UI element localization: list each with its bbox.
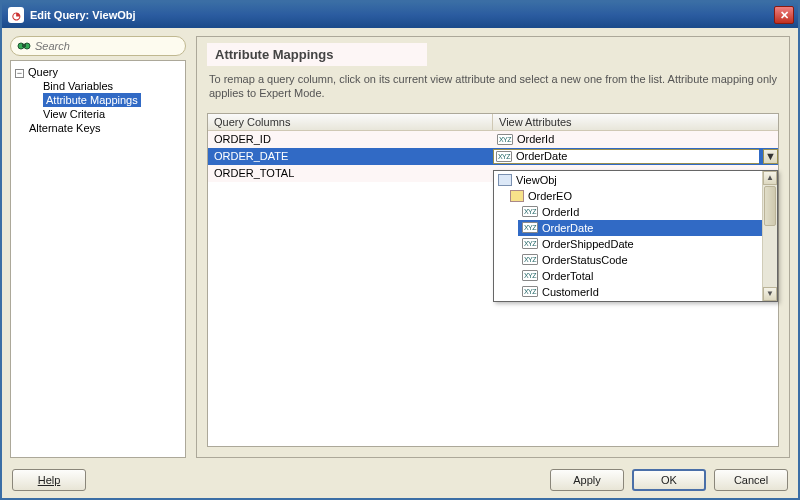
chevron-down-icon: ▼: [765, 150, 776, 162]
section-description: To remap a query column, click on its cu…: [209, 72, 777, 101]
tree-node-attribute-mappings[interactable]: Attribute Mappings: [41, 93, 183, 107]
view-attribute-combo[interactable]: XYZ OrderDate ▼: [493, 149, 778, 164]
dropdown-item[interactable]: XYZ OrderId: [518, 204, 762, 220]
attribute-icon: XYZ: [522, 222, 538, 233]
col-header-query-columns[interactable]: Query Columns: [208, 114, 493, 130]
attribute-icon: XYZ: [522, 238, 538, 249]
dropdown-item-label: OrderTotal: [542, 270, 593, 282]
app-icon: ◔: [8, 7, 24, 23]
view-attribute-label: OrderId: [517, 133, 554, 145]
attribute-icon: XYZ: [522, 206, 538, 217]
binoculars-icon: [17, 39, 31, 53]
attribute-icon: XYZ: [522, 286, 538, 297]
dropdown-item-label: OrderId: [542, 206, 579, 218]
dropdown-scrollbar[interactable]: ▲ ▼: [762, 171, 777, 301]
dropdown-list: ViewObj OrderEO XYZ OrderId X: [494, 171, 762, 301]
tree-node-view-criteria[interactable]: View Criteria: [41, 107, 183, 121]
combo-value: OrderDate: [516, 150, 567, 162]
table-row[interactable]: ORDER_ID XYZ OrderId: [208, 131, 778, 148]
sidebar: −Query Bind Variables Attribute Mappings…: [10, 36, 186, 458]
dropdown-item[interactable]: XYZ OrderShippedDate: [518, 236, 762, 252]
tree-node-alternate-keys[interactable]: Alternate Keys: [27, 121, 183, 135]
nav-tree: −Query Bind Variables Attribute Mappings…: [10, 60, 186, 458]
table-row-selected[interactable]: ORDER_DATE XYZ OrderDate ▼: [208, 148, 778, 165]
cancel-button[interactable]: Cancel: [714, 469, 788, 491]
dialog-footer: Help Apply OK Cancel: [2, 462, 798, 498]
dropdown-item-entity[interactable]: OrderEO: [506, 188, 762, 204]
main-panel: Attribute Mappings To remap a query colu…: [196, 36, 790, 458]
dialog-body: −Query Bind Variables Attribute Mappings…: [2, 28, 798, 462]
tree-node-query[interactable]: −Query: [13, 65, 183, 79]
dropdown-item-viewobj[interactable]: ViewObj: [494, 172, 762, 188]
scroll-up-button[interactable]: ▲: [763, 171, 777, 185]
help-button[interactable]: Help: [12, 469, 86, 491]
tree-node-bind-variables[interactable]: Bind Variables: [41, 79, 183, 93]
attribute-icon: XYZ: [497, 134, 513, 145]
scroll-down-button[interactable]: ▼: [763, 287, 777, 301]
col-header-view-attributes[interactable]: View Attributes: [493, 114, 778, 130]
combo-display: XYZ OrderDate: [493, 149, 759, 164]
scroll-thumb[interactable]: [764, 186, 776, 226]
search-box[interactable]: [10, 36, 186, 56]
query-column-cell: ORDER_DATE: [208, 150, 493, 162]
attribute-icon: XYZ: [522, 254, 538, 265]
attribute-icon: XYZ: [522, 270, 538, 281]
dialog-window: ◔ Edit Query: ViewObj ✕ −Query Bind Vari…: [0, 0, 800, 500]
window-title: Edit Query: ViewObj: [30, 9, 136, 21]
entity-icon: [510, 190, 524, 202]
combo-dropdown-button[interactable]: ▼: [763, 149, 778, 164]
search-input[interactable]: [35, 40, 179, 52]
attribute-icon: XYZ: [496, 151, 512, 162]
view-attribute-cell: XYZ OrderId: [493, 133, 778, 145]
dropdown-item[interactable]: XYZ CustomerId: [518, 284, 762, 300]
dropdown-item[interactable]: XYZ OrderTotal: [518, 268, 762, 284]
dropdown-item-label: CustomerId: [542, 286, 599, 298]
dropdown-item-selected[interactable]: XYZ OrderDate: [518, 220, 762, 236]
dropdown-item-label: OrderStatusCode: [542, 254, 628, 266]
query-column-cell: ORDER_TOTAL: [208, 167, 493, 179]
attribute-dropdown: ViewObj OrderEO XYZ OrderId X: [493, 170, 778, 302]
section-title: Attribute Mappings: [207, 43, 427, 66]
close-button[interactable]: ✕: [774, 6, 794, 24]
dropdown-item-label: OrderDate: [542, 222, 593, 234]
dropdown-item-label: OrderShippedDate: [542, 238, 634, 250]
mappings-table: Query Columns View Attributes ORDER_ID X…: [207, 113, 779, 447]
dropdown-item[interactable]: XYZ OrderStatusCode: [518, 252, 762, 268]
table-header: Query Columns View Attributes: [208, 114, 778, 131]
query-column-cell: ORDER_ID: [208, 133, 493, 145]
close-icon: ✕: [780, 9, 789, 22]
viewobject-icon: [498, 174, 512, 186]
collapse-icon[interactable]: −: [15, 69, 24, 78]
apply-button[interactable]: Apply: [550, 469, 624, 491]
title-bar: ◔ Edit Query: ViewObj ✕: [2, 2, 798, 28]
ok-button[interactable]: OK: [632, 469, 706, 491]
svg-rect-2: [22, 44, 26, 47]
